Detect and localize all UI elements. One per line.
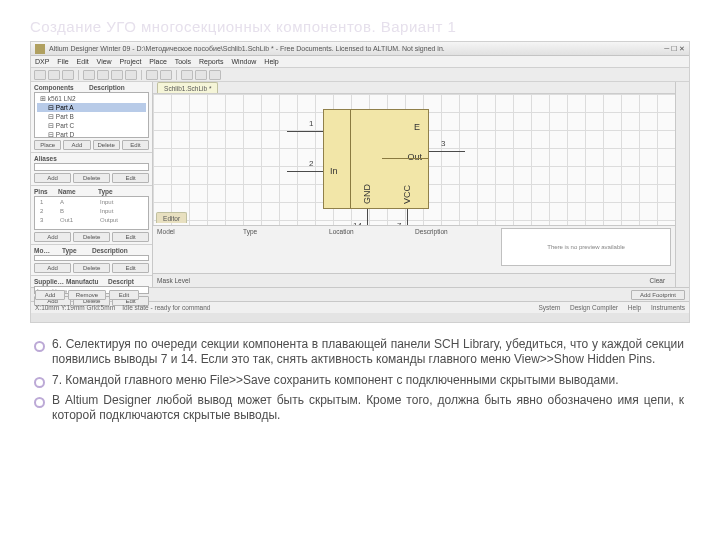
- description-header: Description: [89, 84, 125, 91]
- menu-place[interactable]: Place: [149, 58, 167, 65]
- pin-line: [429, 151, 465, 152]
- label-vcc: VCC: [402, 185, 412, 204]
- menu-project[interactable]: Project: [120, 58, 142, 65]
- component-symbol: E Out In GND VCC 1 2: [323, 109, 429, 209]
- model-edit-button[interactable]: Edit: [112, 263, 149, 273]
- aliases-block: Aliases Add Delete Edit: [31, 153, 152, 186]
- component-part-d[interactable]: ⊟ Part D: [37, 130, 146, 139]
- grid-col: Description: [415, 228, 501, 271]
- place-button[interactable]: Place: [34, 140, 61, 150]
- toolbar-button[interactable]: [195, 70, 207, 80]
- components-header: Components: [34, 84, 89, 91]
- label-e: E: [414, 122, 420, 132]
- toolbar-button[interactable]: [125, 70, 137, 80]
- model-block: Mo…TypeDescription Add Delete Edit: [31, 245, 152, 276]
- toolbar-button[interactable]: [181, 70, 193, 80]
- bullet-item: 6. Селектируя по очереди секции компонен…: [32, 337, 684, 368]
- toolbar-button[interactable]: [83, 70, 95, 80]
- pin-add-button[interactable]: Add: [34, 232, 71, 242]
- aliases-list: [34, 163, 149, 171]
- menu-file[interactable]: File: [57, 58, 68, 65]
- model-grid-panel: Model Type Location Description There is…: [153, 225, 675, 273]
- menu-view[interactable]: View: [97, 58, 112, 65]
- label-in: In: [330, 166, 338, 176]
- pin-7-number: 7: [397, 221, 401, 225]
- bottom-remove-button[interactable]: Remove: [68, 290, 106, 300]
- label-gnd: GND: [362, 184, 372, 204]
- pins-hdr-3: Type: [98, 188, 113, 195]
- toolbar-1[interactable]: [31, 68, 689, 82]
- menu-reports[interactable]: Reports: [199, 58, 224, 65]
- window-title-text: Altium Designer Winter 09 - D:\Методичес…: [49, 45, 445, 52]
- pin-line: [287, 131, 323, 132]
- edit-button[interactable]: Edit: [122, 140, 149, 150]
- pin-row[interactable]: 1AInput: [37, 198, 146, 207]
- component-part-c[interactable]: ⊟ Part C: [37, 121, 146, 130]
- bullet-item: 7. Командой главного меню File>>Save сох…: [32, 373, 684, 388]
- grid-col: Location: [329, 228, 415, 271]
- pins-block: PinsNameType 1AInput 2BInput 3Out1Output…: [31, 186, 152, 245]
- pins-list: 1AInput 2BInput 3Out1Output: [34, 196, 149, 230]
- canvas-area[interactable]: E Out In GND VCC 1 2: [153, 94, 675, 225]
- toolbar-button[interactable]: [160, 70, 172, 80]
- pin-row[interactable]: 3Out1Output: [37, 216, 146, 225]
- alias-add-button[interactable]: Add: [34, 173, 71, 183]
- aliases-header: Aliases: [34, 155, 89, 162]
- menu-bar[interactable]: DXP File Edit View Project Place Tools R…: [31, 56, 689, 68]
- bullet-list: 6. Селектируя по очереди секции компонен…: [30, 337, 690, 424]
- toolbar-button[interactable]: [34, 70, 46, 80]
- toolbar-button[interactable]: [111, 70, 123, 80]
- app-screenshot: Altium Designer Winter 09 - D:\Методичес…: [30, 41, 690, 323]
- page-title: Создание УГО многосекционных компонентов…: [30, 18, 690, 35]
- toolbar-button[interactable]: [48, 70, 60, 80]
- sch-library-panel: ComponentsDescription ⊞ k561 LN2 ⊟ Part …: [31, 82, 153, 287]
- component-part-a[interactable]: ⊟ Part A: [37, 103, 146, 112]
- alias-edit-button[interactable]: Edit: [112, 173, 149, 183]
- grid-col: Type: [243, 228, 329, 271]
- pin-delete-button[interactable]: Delete: [73, 232, 110, 242]
- component-row[interactable]: ⊞ k561 LN2: [37, 94, 146, 103]
- label-out: Out: [408, 152, 423, 162]
- model-add-button[interactable]: Add: [34, 263, 71, 273]
- doc-tab[interactable]: Schlib1.SchLib *: [157, 82, 218, 93]
- pin-row[interactable]: 2BInput: [37, 207, 146, 216]
- menu-window[interactable]: Window: [231, 58, 256, 65]
- bullet-item: В Altium Designer любой вывод может быть…: [32, 393, 684, 424]
- model-delete-button[interactable]: Delete: [73, 263, 110, 273]
- menu-help[interactable]: Help: [264, 58, 278, 65]
- window-titlebar: Altium Designer Winter 09 - D:\Методичес…: [31, 42, 689, 56]
- pins-hdr-2: Name: [58, 188, 98, 195]
- pin-edit-button[interactable]: Edit: [112, 232, 149, 242]
- toolbar-button[interactable]: [97, 70, 109, 80]
- bottom-edit-button[interactable]: Edit: [109, 290, 139, 300]
- status-bar: X:10mm Y:19mm Grid:5mm Idle state - read…: [31, 301, 689, 313]
- component-body: E Out In GND VCC: [323, 109, 429, 209]
- component-part-b[interactable]: ⊟ Part B: [37, 112, 146, 121]
- app-icon: [35, 44, 45, 54]
- add-footprint-button[interactable]: Add Footprint: [631, 290, 685, 300]
- pin-2-number: 2: [309, 159, 313, 168]
- menu-tools[interactable]: Tools: [175, 58, 191, 65]
- menu-edit[interactable]: Edit: [77, 58, 89, 65]
- bottom-add-button[interactable]: Add: [35, 290, 65, 300]
- pin-3-number: 3: [441, 139, 445, 148]
- menu-dxp[interactable]: DXP: [35, 58, 49, 65]
- pin-14-number: 14: [353, 221, 362, 225]
- grid-col: Model: [157, 228, 243, 271]
- right-dock[interactable]: [675, 82, 689, 287]
- preview-box: There is no preview available: [501, 228, 671, 266]
- pin-line: [407, 209, 408, 225]
- toolbar-button[interactable]: [146, 70, 158, 80]
- toolbar-button[interactable]: [209, 70, 221, 80]
- pin-1-number: 1: [309, 119, 313, 128]
- bottom-toolbar: Mask Level Clear: [153, 273, 675, 287]
- document-tabs[interactable]: Schlib1.SchLib *: [153, 82, 675, 94]
- alias-delete-button[interactable]: Delete: [73, 173, 110, 183]
- model-list: [34, 255, 149, 261]
- editor-tab[interactable]: Editor: [156, 212, 187, 223]
- toolbar-button[interactable]: [62, 70, 74, 80]
- delete-button[interactable]: Delete: [93, 140, 120, 150]
- pin-line: [367, 209, 368, 225]
- pin-line: [287, 171, 323, 172]
- add-button[interactable]: Add: [63, 140, 90, 150]
